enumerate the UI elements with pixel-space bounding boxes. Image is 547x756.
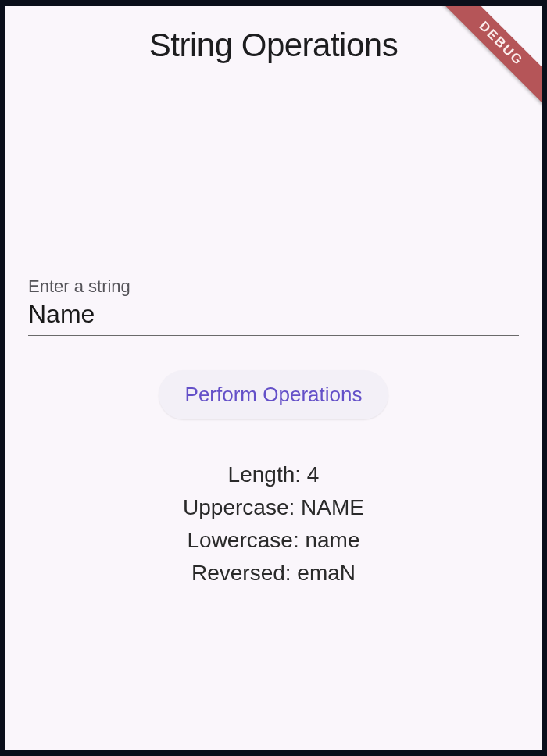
- result-reversed: Reversed: emaN: [5, 557, 542, 590]
- button-container: Perform Operations: [5, 370, 542, 419]
- page-title: String Operations: [5, 27, 542, 64]
- app-frame: String Operations Enter a string Perform…: [5, 6, 542, 750]
- results-area: Length: 4 Uppercase: NAME Lowercase: nam…: [5, 458, 542, 590]
- perform-operations-button[interactable]: Perform Operations: [159, 370, 389, 419]
- result-length: Length: 4: [5, 458, 542, 491]
- input-label: Enter a string: [28, 276, 519, 297]
- result-uppercase: Uppercase: NAME: [5, 491, 542, 524]
- result-lowercase: Lowercase: name: [5, 524, 542, 557]
- string-input[interactable]: [28, 298, 519, 336]
- form-area: Enter a string: [5, 276, 542, 336]
